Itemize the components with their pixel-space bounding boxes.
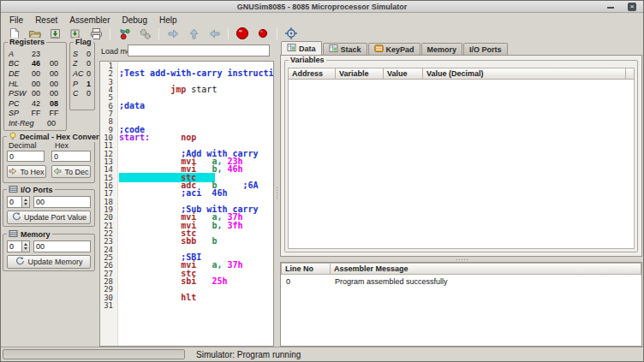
to-hex-button[interactable]: To Hex [7,165,46,178]
step-over-button[interactable] [163,27,183,40]
register-value-hi[interactable]: 42 [27,99,45,108]
menu-file[interactable]: File [3,15,29,26]
register-value-lo[interactable]: 00 [45,69,63,78]
tab-stack[interactable]: Stack [323,43,367,55]
register-value-lo[interactable]: 00 [45,89,63,98]
spin-down-icon[interactable] [22,202,29,207]
register-value[interactable]: 00 [37,119,66,128]
register-value-hi[interactable]: 23 [27,50,45,58]
variables-column-value[interactable]: Value [384,68,423,80]
memory-address-input[interactable] [8,241,21,252]
line-number: 7 [100,110,115,117]
variables-column-address[interactable]: Address [288,68,336,80]
hex-input[interactable] [51,151,91,162]
editor-line-2[interactable]: 2;Test add-with-carry instructions [100,69,273,77]
register-name: PSW [4,89,27,98]
line-number: 21 [100,222,115,229]
flags-title: Flag [74,38,93,46]
menu-reset[interactable]: Reset [29,15,63,26]
step-into-button[interactable] [204,27,224,40]
to-dec-button[interactable]: To Dec [51,165,91,178]
assembler-messages-panel: Line NoAssembler Message 0Program assemb… [280,262,642,347]
variables-column-value-decimal-[interactable]: Value (Decimal) [423,68,626,80]
memory-address-stepper[interactable] [7,240,30,252]
flag-value[interactable]: 1 [83,80,94,88]
show-current-line-button[interactable] [281,27,301,40]
editor-line-7[interactable]: 7 [100,110,273,117]
io-port-address-input[interactable] [8,197,21,207]
flag-value[interactable]: 0 [83,69,94,78]
line-number: 26 [100,261,115,269]
stack-tab-icon [329,44,338,55]
load-me-at-input[interactable] [128,45,270,56]
editor-line-4[interactable]: 4 jmp start [100,86,273,93]
vertical-splitter[interactable] [274,40,280,347]
arrow-left-icon [53,167,62,177]
stop-button[interactable] [253,27,273,40]
register-row-de: DE0000 [4,68,66,79]
step-out-button[interactable] [183,27,204,40]
update-memory-button[interactable]: Update Memory [7,255,91,269]
variables-body[interactable] [288,80,635,249]
menu-debug[interactable]: Debug [116,15,153,26]
line-number: 13 [100,157,115,165]
flag-value[interactable]: 0 [83,50,94,58]
editor-line-30[interactable]: 30 hlt [100,294,273,301]
register-value-lo[interactable]: 00 [45,80,63,88]
register-value-hi[interactable]: 00 [27,69,45,78]
update-port-value-button[interactable]: Update Port Value [7,211,91,224]
editor-line-28[interactable]: 28 sbi 25h [100,277,273,285]
line-number: 10 [100,134,115,141]
close-button[interactable]: × [628,3,636,11]
tab-keypad[interactable]: KeyPad [368,43,420,55]
line-number: 18 [100,198,115,205]
messages-body[interactable]: 0Program assembled successfully [281,275,641,346]
editor-line-31[interactable]: 31 [100,301,273,309]
line-number: 9 [100,126,115,134]
flag-value[interactable]: 0 [83,89,94,98]
decimal-input[interactable] [7,151,45,162]
tab-i-o-ports[interactable]: I/O Ports [463,43,508,55]
register-value-lo[interactable]: 00 [45,59,63,68]
register-row-sp: SPFFFF [4,109,66,119]
register-value-lo[interactable]: 08 [45,99,63,108]
message-row[interactable]: 0Program assembled successfully [281,275,641,286]
messages-column-assembler-message[interactable]: Assembler Message [331,263,641,275]
line-number: 8 [100,117,115,125]
messages-column-line-no[interactable]: Line No [281,263,331,275]
registers-panel: Registers A23BC4600DE0000HL0000PSW0000PC… [3,42,67,131]
tab-data[interactable]: Data [281,41,322,55]
register-value-hi[interactable]: 00 [27,89,45,98]
io-port-address-stepper[interactable] [7,196,30,208]
spin-down-icon[interactable] [22,246,29,252]
editor-line-23[interactable]: 23 sbb b [100,237,273,245]
main-area: Registers A23BC4600DE0000HL0000PSW0000PC… [1,40,643,347]
editor-line-10[interactable]: 10start: nop [100,134,273,141]
register-value-hi[interactable]: FF [27,109,45,117]
progress-bar [3,349,185,359]
register-value-hi[interactable]: 00 [27,80,45,88]
run-button[interactable] [232,27,253,40]
menu-help[interactable]: Help [153,15,183,26]
menubar: FileResetAssemblerDebugHelp [1,13,643,27]
show-listing-button[interactable] [134,27,155,40]
register-row-a: A23 [4,49,66,59]
line-code: ;aci 46h [115,189,227,197]
io-port-value-input[interactable] [33,196,91,208]
source-editor[interactable]: 12;Test add-with-carry instructions34 jm… [99,61,274,347]
line-number: 25 [100,253,115,261]
flag-value[interactable]: 0 [83,59,94,68]
save-file-button[interactable] [45,27,65,40]
minimize-button[interactable] [607,7,614,9]
toolbar-separator [228,28,229,39]
editor-line-6[interactable]: 6;data [100,102,273,110]
variables-column-variable[interactable]: Variable [336,68,384,80]
memory-value-input[interactable] [33,240,91,252]
editor-line-17[interactable]: 17 ;aci 46h [100,189,273,197]
register-value-hi[interactable]: 46 [27,59,45,68]
register-value-lo[interactable]: FF [45,109,63,117]
tab-memory[interactable]: Memory [421,43,463,55]
menu-assembler[interactable]: Assembler [63,15,116,26]
line-number: 27 [100,270,115,277]
assemble-button[interactable] [114,27,134,40]
